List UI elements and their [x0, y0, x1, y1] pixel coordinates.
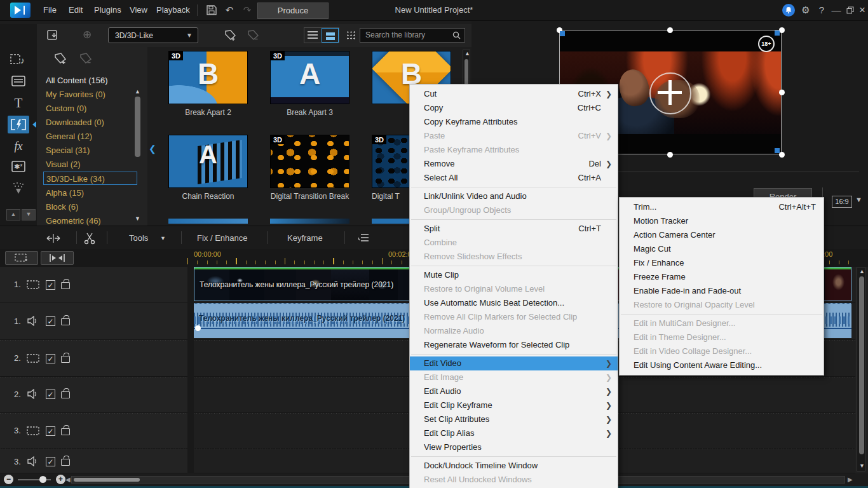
menu-item-set-clip-attributes[interactable]: Set Clip Attributes❯: [410, 412, 618, 426]
scroll-right-icon[interactable]: ▶: [848, 477, 853, 482]
menu-item-dock-undock-timeline[interactable]: Dock/Undock Timeline Window: [410, 459, 618, 473]
library-item-break-apart-3[interactable]: A 3D: [270, 51, 349, 104]
menu-item-select-all[interactable]: Select AllCtrl+A: [410, 171, 618, 185]
menu-item-link-unlink[interactable]: Link/Unlink Video and Audio: [410, 189, 618, 203]
range-select-button[interactable]: [5, 251, 38, 265]
keyframe-button[interactable]: Keyframe: [287, 226, 323, 250]
menu-item-copy-keyframe-attributes[interactable]: Copy Keyframe Attributes: [410, 115, 618, 129]
category-special[interactable]: Special (31): [43, 144, 137, 157]
timeline-vscrollbar[interactable]: ▲ ▼: [857, 267, 865, 471]
scissors-icon[interactable]: [84, 231, 95, 245]
scroll-left-icon[interactable]: ◀: [65, 477, 71, 482]
aspect-chevron-down-icon[interactable]: ▼: [855, 196, 862, 203]
menu-item-edit-audio[interactable]: Edit Audio❯: [410, 384, 618, 398]
category-dropdown[interactable]: 3D/3D-Like▼: [108, 27, 198, 43]
tools-button[interactable]: Tools: [129, 226, 148, 250]
grid-view-button[interactable]: [322, 28, 339, 43]
particle-room-icon[interactable]: [8, 179, 29, 197]
effect-room-icon[interactable]: fx: [8, 137, 29, 155]
crop-handle[interactable]: [775, 30, 780, 36]
submenu-item-action-camera-center[interactable]: Action Camera Center: [620, 228, 824, 242]
resize-handle[interactable]: [779, 27, 785, 33]
scroll-up-icon[interactable]: ▲: [135, 89, 140, 95]
zoom-in-icon[interactable]: +: [56, 475, 65, 484]
library-item-break-apart-2[interactable]: B 3D: [168, 51, 248, 104]
menu-playback[interactable]: Playback: [153, 0, 194, 20]
menu-item-remove[interactable]: RemoveDel❯: [410, 157, 618, 171]
import-media-icon[interactable]: [44, 27, 61, 43]
category-custom[interactable]: Custom (0): [43, 102, 137, 115]
zoom-out-icon[interactable]: −: [4, 475, 13, 484]
track-header-video-1[interactable]: 1. ✓: [0, 267, 187, 303]
track-lock-icon[interactable]: [61, 391, 70, 398]
menu-item-edit-clip-alias[interactable]: Edit Clip Alias❯: [410, 426, 618, 440]
resize-handle[interactable]: [667, 152, 673, 158]
snap-marker-button[interactable]: [41, 251, 74, 265]
delete-tag-icon[interactable]: [78, 51, 94, 66]
transition-room-icon[interactable]: [8, 116, 29, 133]
crop-handle[interactable]: [560, 31, 565, 36]
split-clip-icon[interactable]: [46, 231, 61, 243]
category-alpha[interactable]: Alpha (15): [43, 186, 137, 200]
project-room-icon[interactable]: [8, 72, 29, 90]
submenu-item-trim[interactable]: Trim...Ctrl+Alt+T: [620, 200, 824, 214]
track-lock-icon[interactable]: [61, 282, 70, 289]
track-header-video-3[interactable]: 3. ✓: [0, 413, 187, 449]
track-enable-checkbox[interactable]: ✓: [46, 280, 55, 290]
redo-icon[interactable]: ↷: [240, 4, 254, 17]
download-from-web-icon[interactable]: ⊕: [79, 27, 95, 43]
save-icon[interactable]: [205, 4, 219, 17]
category-scrollbar[interactable]: ▲ ▼: [133, 89, 142, 222]
track-manager-icon[interactable]: [357, 231, 370, 244]
track-header-audio-1[interactable]: 1. ✓: [0, 303, 187, 340]
resize-handle[interactable]: [667, 27, 673, 33]
menu-item-view-properties[interactable]: View Properties: [410, 440, 618, 454]
rail-up-chevron[interactable]: ▲: [6, 209, 20, 220]
list-view-button[interactable]: [304, 28, 322, 43]
track-header-video-2[interactable]: 2. ✓: [0, 340, 187, 377]
menu-item-regenerate-waveform[interactable]: Regenerate Waveform for Selected Clip: [410, 338, 618, 352]
library-menu-icon[interactable]: [346, 30, 355, 40]
rail-down-chevron[interactable]: ▼: [22, 209, 36, 220]
menu-file[interactable]: File: [39, 0, 60, 20]
scroll-down-icon[interactable]: ▼: [135, 216, 140, 222]
submenu-item-enable-fade[interactable]: Enable Fade-in and Fade-out: [620, 284, 824, 298]
category-all-content[interactable]: All Content (156): [43, 74, 137, 87]
media-room-icon[interactable]: ♪: [8, 51, 29, 69]
close-icon[interactable]: ×: [855, 4, 868, 17]
category-downloaded[interactable]: Downloaded (0): [43, 116, 137, 129]
track-lock-icon[interactable]: [61, 318, 70, 325]
menu-item-cut[interactable]: CutCtrl+X❯: [410, 87, 618, 101]
track-enable-checkbox[interactable]: ✓: [46, 457, 55, 466]
track-enable-checkbox[interactable]: ✓: [46, 316, 55, 326]
menu-item-music-beat-detection[interactable]: Use Automatic Music Beat Detection...: [410, 296, 618, 310]
menu-item-mute-clip[interactable]: Mute Clip: [410, 268, 618, 282]
track-enable-checkbox[interactable]: ✓: [46, 426, 55, 436]
submenu-item-fix-enhance[interactable]: Fix / Enhance: [620, 256, 824, 270]
menu-edit[interactable]: Edit: [65, 0, 86, 20]
submenu-item-motion-tracker[interactable]: Motion Tracker: [620, 214, 824, 228]
resize-handle[interactable]: [779, 90, 785, 95]
track-header-audio-2[interactable]: 2. ✓: [0, 377, 187, 413]
fix-enhance-button[interactable]: Fix / Enhance: [197, 226, 248, 250]
pip-room-icon[interactable]: ✱*: [8, 158, 29, 175]
submenu-item-content-aware-editing[interactable]: Edit Using Content Aware Editing...: [620, 358, 824, 372]
collapse-panel-icon[interactable]: ❮: [149, 144, 156, 154]
notification-bell-icon[interactable]: [782, 4, 795, 17]
menu-item-edit-clip-keyframe[interactable]: Edit Clip Keyframe❯: [410, 398, 618, 412]
menu-plugins[interactable]: Plugins: [90, 0, 125, 20]
submenu-item-magic-cut[interactable]: Magic Cut: [620, 242, 824, 256]
track-enable-checkbox[interactable]: ✓: [46, 390, 55, 399]
search-input[interactable]: Search the library: [360, 28, 465, 43]
menu-item-copy[interactable]: CopyCtrl+C: [410, 101, 618, 115]
aspect-ratio-badge[interactable]: 16:9: [832, 196, 852, 208]
library-item-chain-reaction[interactable]: A: [168, 135, 248, 188]
menu-view[interactable]: View: [126, 0, 151, 20]
title-room-icon[interactable]: T: [8, 94, 29, 112]
submenu-item-freeze-frame[interactable]: Freeze Frame: [620, 270, 824, 284]
category-visual[interactable]: Visual (2): [43, 158, 137, 171]
library-item-digital-transition-break[interactable]: 3D: [270, 135, 349, 188]
resize-handle[interactable]: [779, 152, 785, 158]
settings-gear-icon[interactable]: ⚙: [799, 4, 813, 17]
produce-button[interactable]: Produce: [257, 3, 329, 19]
